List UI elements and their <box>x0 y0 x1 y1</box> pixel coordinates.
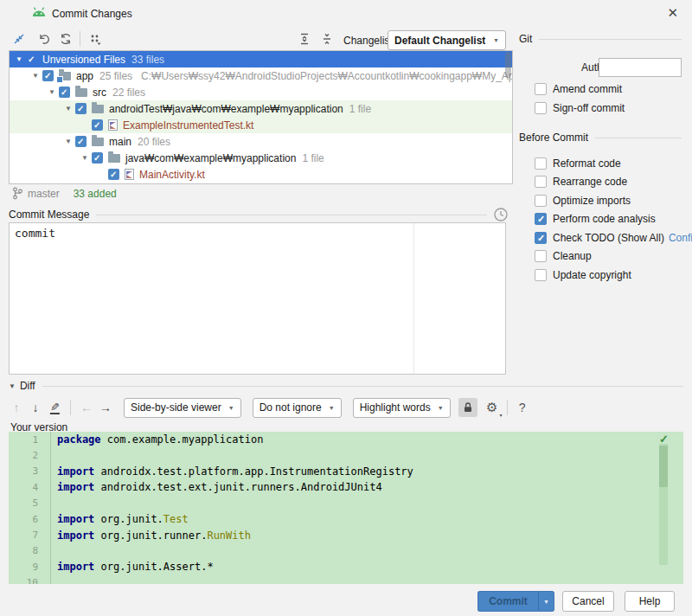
checkbox[interactable] <box>535 83 547 95</box>
show-diff-button[interactable] <box>9 29 29 49</box>
amend-commit-option[interactable]: Amend commit <box>535 83 622 95</box>
tree-expand-arrow[interactable]: ▼ <box>15 55 23 63</box>
kotlin-file-icon <box>108 119 118 131</box>
tree-row[interactable]: MainActivity.kt <box>10 166 512 183</box>
folder-icon <box>92 138 104 146</box>
expand-all-button[interactable] <box>294 29 315 49</box>
settings-button[interactable]: ⚙ ▾ <box>483 398 502 417</box>
message-history-icon[interactable] <box>493 207 509 222</box>
tree-row[interactable]: ▼ <box>10 183 512 184</box>
before-commit-item[interactable]: Cleanup <box>535 247 692 266</box>
tree-row[interactable]: ▼src22 files <box>10 84 512 100</box>
tree-row[interactable]: ▼main20 files <box>10 133 512 150</box>
disable-editing-toggle[interactable] <box>458 398 477 417</box>
tree-checkbox[interactable] <box>108 169 119 180</box>
before-commit-item-label: Update copyright <box>553 269 631 281</box>
line-number: 4 <box>9 482 38 493</box>
pencil-icon: ✎ <box>50 401 60 414</box>
tree-row[interactable]: ▼java₩com₩example₩myapplication1 file <box>10 150 512 166</box>
dialog-title: Commit Changes <box>52 8 132 20</box>
before-commit-item[interactable]: Optimize imports <box>535 191 692 210</box>
refresh-button[interactable] <box>55 29 76 49</box>
tree-node-count: 20 files <box>138 136 170 148</box>
next-file-button[interactable]: → <box>96 398 115 417</box>
tree-scrollbar-thumb[interactable] <box>505 52 511 78</box>
before-commit-item[interactable]: Reformat code <box>535 154 692 173</box>
previous-change-button[interactable]: ↑ <box>7 398 26 417</box>
highlight-mode-value: Highlight words <box>360 401 431 414</box>
before-commit-item-label: Optimize imports <box>553 195 631 207</box>
previous-file-button[interactable]: ← <box>77 398 96 417</box>
before-commit-item-label: Check TODO (Show All) <box>553 232 664 244</box>
highlight-mode-dropdown[interactable]: Highlight words ▼ <box>353 398 451 418</box>
tree-expand-arrow[interactable]: ▼ <box>31 72 40 80</box>
code-token: com.example.myapplication <box>101 433 264 446</box>
tree-row[interactable]: ▼androidTest₩java₩com₩example₩myapplicat… <box>10 100 512 117</box>
collapse-triangle-icon[interactable]: ▼ <box>9 382 16 390</box>
cancel-button[interactable]: Cancel <box>562 591 614 612</box>
changes-tree[interactable]: ▼Unversioned Files33 files▼app25 filesC:… <box>9 50 513 184</box>
tree-node-count: 22 files <box>112 87 145 99</box>
checkbox[interactable] <box>535 232 547 244</box>
group-by-button[interactable] <box>85 29 106 49</box>
rollback-button[interactable] <box>33 29 54 49</box>
tree-checkbox[interactable] <box>59 87 70 98</box>
tree-node-count: 33 files <box>131 54 164 66</box>
configure-link[interactable]: Configure <box>669 232 692 244</box>
code-token: RunWith <box>207 529 251 542</box>
edit-button[interactable]: ✎ <box>45 398 64 417</box>
tree-node-label: java₩com₩example₩myapplication <box>125 152 296 164</box>
help-button[interactable]: Help <box>625 591 675 612</box>
tree-checkbox[interactable] <box>92 119 103 131</box>
checkbox[interactable] <box>535 213 547 225</box>
code-token: import <box>57 529 94 542</box>
checkbox[interactable] <box>535 269 547 281</box>
tree-expand-arrow[interactable]: ▼ <box>64 105 73 112</box>
before-commit-item-label: Rearrange code <box>553 176 627 188</box>
code-text: import org.junit.Test <box>38 513 189 525</box>
branch-name: master <box>28 188 60 200</box>
changelist-dropdown[interactable]: Default Changelist ▼ <box>388 30 506 50</box>
checkbox[interactable] <box>535 176 547 188</box>
before-commit-item[interactable]: Perform code analysis <box>535 210 692 229</box>
tree-expand-arrow[interactable]: ▼ <box>48 88 56 96</box>
before-commit-item[interactable]: Rearrange code <box>535 173 692 192</box>
whitespace-dropdown[interactable]: Do not ignore ▼ <box>253 398 342 418</box>
tree-checkbox[interactable] <box>42 70 54 81</box>
commit-dropdown-button[interactable]: ▼ <box>538 591 554 612</box>
git-section-header: Git <box>519 33 682 45</box>
header-rule <box>539 39 682 40</box>
tree-checkbox[interactable] <box>26 54 37 65</box>
header-rule <box>595 138 682 138</box>
tree-checkbox[interactable] <box>75 103 86 114</box>
tree-node-label: MainActivity.kt <box>139 169 205 181</box>
tree-expand-arrow[interactable]: ▼ <box>80 154 89 162</box>
close-icon[interactable]: ✕ <box>667 5 678 21</box>
tree-node-label: src <box>93 87 106 99</box>
commit-message-editor[interactable]: commit <box>9 222 506 375</box>
tree-row[interactable]: ▼app25 filesC:₩Users₩ssy42₩AndroidStudio… <box>10 67 512 84</box>
group-by-icon <box>88 32 102 46</box>
signoff-commit-option[interactable]: Sign-off commit <box>535 102 625 114</box>
checkbox[interactable] <box>535 250 547 262</box>
commit-options-panel: Git Author: Amend commit Sign-off commit… <box>519 26 692 580</box>
checkbox[interactable] <box>535 195 547 207</box>
tree-checkbox[interactable] <box>75 136 86 147</box>
tree-row[interactable]: ▼Unversioned Files33 files <box>10 51 512 67</box>
line-number: 2 <box>9 450 38 461</box>
before-commit-item[interactable]: Update copyright <box>535 266 692 285</box>
viewer-mode-dropdown[interactable]: Side-by-side viewer ▼ <box>124 398 241 418</box>
tree-expand-arrow[interactable]: ▼ <box>64 138 73 145</box>
before-commit-item[interactable]: Check TODO (Show All)Configure <box>535 228 692 247</box>
checkbox[interactable] <box>535 102 547 114</box>
header-rule <box>96 215 487 215</box>
tree-checkbox[interactable] <box>92 152 103 164</box>
tree-row[interactable]: ExampleInstrumentedTest.kt <box>10 117 512 133</box>
code-token: package <box>57 433 101 446</box>
collapse-all-button[interactable] <box>317 29 337 49</box>
author-input[interactable] <box>599 58 682 77</box>
next-change-button[interactable]: ↓ <box>26 398 45 417</box>
chevron-down-icon: ▼ <box>543 599 549 605</box>
commit-button[interactable]: Commit <box>477 591 538 612</box>
checkbox[interactable] <box>535 157 547 170</box>
